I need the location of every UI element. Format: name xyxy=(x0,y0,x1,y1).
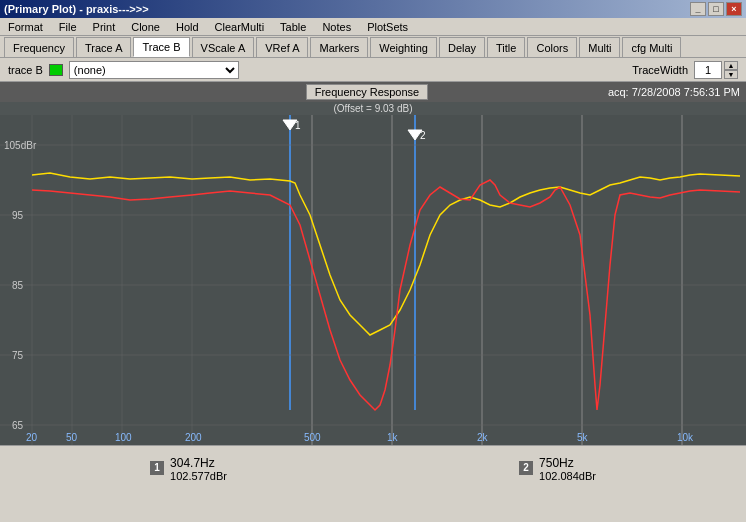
menu-notes[interactable]: Notes xyxy=(316,18,357,36)
svg-text:500: 500 xyxy=(304,432,321,443)
trace-b-label: trace B xyxy=(8,64,43,76)
svg-text:2k: 2k xyxy=(477,432,489,443)
menu-plotsets[interactable]: PlotSets xyxy=(361,18,414,36)
menu-file[interactable]: File xyxy=(53,18,83,36)
marker-2-number: 2 xyxy=(519,461,533,475)
tab-vscale-a[interactable]: VScale A xyxy=(192,37,255,57)
chart-title: Frequency Response xyxy=(306,84,429,100)
marker-2-db: 102.084dBr xyxy=(539,470,596,482)
svg-text:10k: 10k xyxy=(677,432,694,443)
menu-clearmulti[interactable]: ClearMulti xyxy=(209,18,271,36)
menu-clone[interactable]: Clone xyxy=(125,18,166,36)
spinner-down[interactable]: ▼ xyxy=(724,70,738,79)
spinner-buttons: ▲ ▼ xyxy=(724,61,738,79)
window-title: (Primary Plot) - praxis--->>> xyxy=(4,3,149,15)
svg-text:105dBr: 105dBr xyxy=(4,140,37,151)
svg-text:50: 50 xyxy=(66,432,78,443)
menu-format[interactable]: Format xyxy=(2,18,49,36)
acq-label: acq: 7/28/2008 7:56:31 PM xyxy=(608,86,740,98)
tab-multi[interactable]: Multi xyxy=(579,37,620,57)
trace-width-label: TraceWidth xyxy=(632,64,688,76)
menu-hold[interactable]: Hold xyxy=(170,18,205,36)
offset-label: (Offset = 9.03 dB) xyxy=(0,102,746,115)
marker-1-freq: 304.7Hz xyxy=(170,456,227,470)
svg-rect-0 xyxy=(0,115,746,445)
svg-text:85: 85 xyxy=(12,280,24,291)
trace-width-spinner: ▲ ▼ xyxy=(694,61,738,79)
trace-color-box xyxy=(49,64,63,76)
tab-colors[interactable]: Colors xyxy=(527,37,577,57)
chart-area: 105dBr 95 85 75 65 20 50 100 200 500 1k … xyxy=(0,115,746,445)
tab-cfg-multi[interactable]: cfg Multi xyxy=(622,37,681,57)
svg-text:20: 20 xyxy=(26,432,38,443)
svg-text:75: 75 xyxy=(12,350,24,361)
trace-width-input[interactable] xyxy=(694,61,722,79)
svg-text:1k: 1k xyxy=(387,432,399,443)
svg-text:200: 200 xyxy=(185,432,202,443)
tab-title[interactable]: Title xyxy=(487,37,525,57)
bottom-data-row: 1 304.7Hz 102.577dBr 2 750Hz 102.084dBr xyxy=(0,445,746,491)
tab-bar: Frequency Trace A Trace B VScale A VRef … xyxy=(0,36,746,58)
controls-row: trace B (none) TraceWidth ▲ ▼ xyxy=(0,58,746,82)
svg-text:1: 1 xyxy=(295,120,301,131)
menu-bar: Format File Print Clone Hold ClearMulti … xyxy=(0,18,746,36)
svg-text:2: 2 xyxy=(420,130,426,141)
svg-text:5k: 5k xyxy=(577,432,589,443)
tab-frequency[interactable]: Frequency xyxy=(4,37,74,57)
spinner-up[interactable]: ▲ xyxy=(724,61,738,70)
marker-1-data: 1 304.7Hz 102.577dBr xyxy=(150,456,227,482)
svg-text:65: 65 xyxy=(12,420,24,431)
tab-markers[interactable]: Markers xyxy=(310,37,368,57)
menu-print[interactable]: Print xyxy=(87,18,122,36)
title-bar: (Primary Plot) - praxis--->>> _ □ × xyxy=(0,0,746,18)
tab-trace-b[interactable]: Trace B xyxy=(133,37,189,57)
svg-text:95: 95 xyxy=(12,210,24,221)
svg-text:100: 100 xyxy=(115,432,132,443)
minimize-button[interactable]: _ xyxy=(690,2,706,16)
tab-weighting[interactable]: Weighting xyxy=(370,37,437,57)
marker-1-number: 1 xyxy=(150,461,164,475)
chart-title-row: Frequency Response acq: 7/28/2008 7:56:3… xyxy=(0,82,746,102)
marker-2-data: 2 750Hz 102.084dBr xyxy=(519,456,596,482)
tab-trace-a[interactable]: Trace A xyxy=(76,37,132,57)
tab-vref-a[interactable]: VRef A xyxy=(256,37,308,57)
title-bar-controls: _ □ × xyxy=(690,2,742,16)
close-button[interactable]: × xyxy=(726,2,742,16)
menu-table[interactable]: Table xyxy=(274,18,312,36)
maximize-button[interactable]: □ xyxy=(708,2,724,16)
main-area: Frequency Response acq: 7/28/2008 7:56:3… xyxy=(0,82,746,522)
marker-2-freq: 750Hz xyxy=(539,456,596,470)
tab-delay[interactable]: Delay xyxy=(439,37,485,57)
trace-select[interactable]: (none) xyxy=(69,61,239,79)
marker-1-db: 102.577dBr xyxy=(170,470,227,482)
